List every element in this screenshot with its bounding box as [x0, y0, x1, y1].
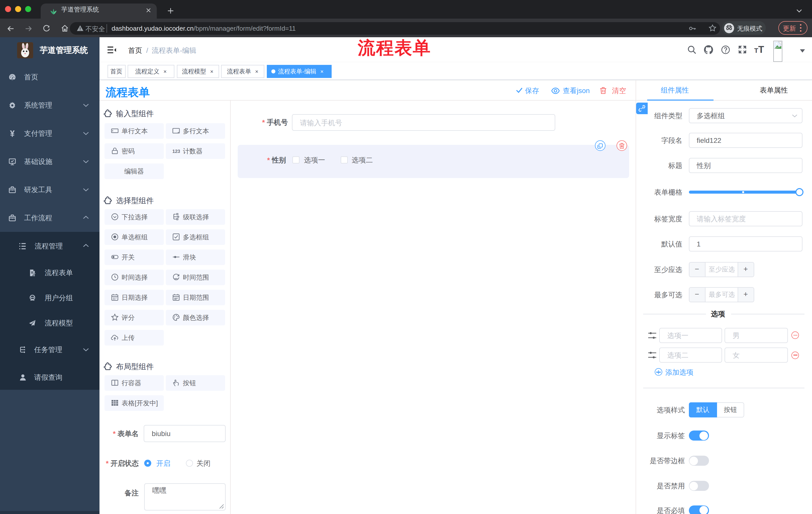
svg-text:123: 123 — [172, 148, 180, 154]
